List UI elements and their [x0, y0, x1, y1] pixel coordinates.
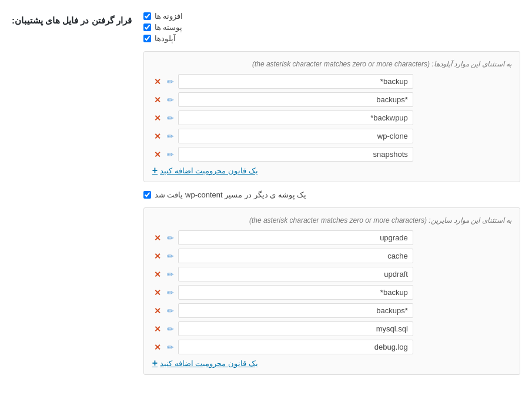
delete-icon-others-0[interactable]: ✕ [152, 232, 163, 244]
others-exclusion-box: به استثنای این موارد سایرین: (the asteri… [143, 207, 520, 375]
delete-icon-others-4[interactable]: ✕ [152, 305, 163, 317]
wp-content-checkbox-section: یک پوشه ی دیگر در مسیر wp-content یافت ش… [143, 190, 520, 199]
checkbox-plugins-text: افزونه ها [155, 12, 183, 21]
checkbox-themes[interactable] [143, 24, 151, 31]
add-rule-uploads-link[interactable]: یک قانون محرومیت اضافه کنید [160, 166, 257, 175]
exclusion-input-others-5[interactable] [178, 321, 413, 336]
delete-icon-uploads-0[interactable]: ✕ [152, 76, 163, 88]
edit-icon-others-4[interactable]: ✏ [165, 305, 176, 317]
exclusion-input-others-4[interactable] [178, 303, 413, 318]
checkbox-themes-text: پوسته ها [155, 23, 183, 32]
wp-content-checkbox[interactable] [143, 191, 151, 199]
exclusion-row-uploads-2: ✏ ✕ [152, 110, 511, 125]
exclusion-row-others-5: ✏ ✕ [152, 321, 511, 336]
exclusion-row-uploads-3: ✏ ✕ [152, 129, 511, 143]
plus-icon-others: + [152, 358, 158, 368]
exclusion-row-others-3: ✏ ✕ [152, 285, 511, 300]
delete-icon-others-6[interactable]: ✕ [152, 341, 163, 353]
add-rule-others-link[interactable]: یک قانون محرومیت اضافه کنید [160, 359, 257, 368]
checkbox-plugins-label[interactable]: افزونه ها [143, 12, 183, 21]
exclusion-input-others-6[interactable] [178, 340, 413, 354]
exclusion-input-others-3[interactable] [178, 285, 413, 300]
delete-icon-uploads-3[interactable]: ✕ [152, 130, 163, 142]
delete-icon-others-3[interactable]: ✕ [152, 287, 163, 299]
checkbox-uploads-label[interactable]: آپلودها [143, 34, 176, 43]
wp-content-checkbox-label[interactable]: یک پوشه ی دیگر در مسیر wp-content یافت ش… [155, 190, 307, 199]
delete-icon-uploads-2[interactable]: ✕ [152, 112, 163, 124]
checkbox-plugins[interactable] [143, 12, 151, 20]
edit-icon-others-3[interactable]: ✏ [165, 287, 176, 299]
exclusion-input-others-0[interactable] [178, 230, 413, 245]
edit-icon-uploads-1[interactable]: ✏ [165, 94, 176, 106]
edit-icon-others-5[interactable]: ✏ [165, 323, 176, 335]
add-rule-others[interactable]: یک قانون محرومیت اضافه کنید + [152, 358, 511, 368]
edit-icon-uploads-3[interactable]: ✏ [165, 130, 176, 142]
section-title: قرار گرفتن در فایل های پشتیبان: [12, 12, 132, 26]
edit-icon-others-6[interactable]: ✏ [165, 341, 176, 353]
uploads-exclusion-box: به استثنای این موارد آپلودها: (the aster… [143, 51, 520, 182]
edit-icon-uploads-2[interactable]: ✏ [165, 112, 176, 124]
add-rule-uploads[interactable]: یک قانون محرومیت اضافه کنید + [152, 165, 511, 176]
exclusion-row-others-1: ✏ ✕ [152, 249, 511, 263]
delete-icon-others-1[interactable]: ✕ [152, 250, 163, 262]
main-section: افزونه ها پوسته ها آپلودها به استثنای ای… [12, 12, 520, 383]
wp-content-label-text: یک پوشه ی دیگر در مسیر wp-content یافت ش… [155, 190, 307, 199]
section-content: افزونه ها پوسته ها آپلودها به استثنای ای… [143, 12, 520, 383]
edit-icon-others-0[interactable]: ✏ [165, 232, 176, 244]
exclusion-input-uploads-1[interactable] [178, 92, 413, 107]
exclusion-input-others-2[interactable] [178, 267, 413, 281]
checkboxes-row: افزونه ها پوسته ها آپلودها [143, 12, 520, 43]
delete-icon-uploads-1[interactable]: ✕ [152, 94, 163, 106]
edit-icon-uploads-0[interactable]: ✏ [165, 76, 176, 88]
exclusion-row-uploads-0: ✏ ✕ [152, 74, 511, 89]
exclusion-row-others-4: ✏ ✕ [152, 303, 511, 318]
checkbox-themes-label[interactable]: پوسته ها [143, 23, 183, 32]
plus-icon-uploads: + [152, 165, 158, 176]
delete-icon-others-5[interactable]: ✕ [152, 323, 163, 335]
others-exclusion-title: به استثنای این موارد سایرین: (the asteri… [152, 216, 511, 224]
exclusion-input-others-1[interactable] [178, 249, 413, 263]
uploads-exclusion-title: به استثنای این موارد آپلودها: (the aster… [152, 60, 511, 68]
exclusion-row-uploads-4: ✏ ✕ [152, 147, 511, 162]
delete-icon-uploads-4[interactable]: ✕ [152, 149, 163, 160]
edit-icon-others-1[interactable]: ✏ [165, 250, 176, 262]
exclusion-row-others-6: ✏ ✕ [152, 340, 511, 354]
exclusion-row-others-0: ✏ ✕ [152, 230, 511, 245]
exclusion-input-uploads-0[interactable] [178, 74, 413, 89]
delete-icon-others-2[interactable]: ✕ [152, 269, 163, 280]
edit-icon-others-2[interactable]: ✏ [165, 269, 176, 280]
exclusion-row-others-2: ✏ ✕ [152, 267, 511, 281]
exclusion-input-uploads-2[interactable] [178, 110, 413, 125]
edit-icon-uploads-4[interactable]: ✏ [165, 149, 176, 160]
checkbox-uploads[interactable] [143, 35, 151, 42]
exclusion-input-uploads-3[interactable] [178, 129, 413, 143]
exclusion-row-uploads-1: ✏ ✕ [152, 92, 511, 107]
checkbox-uploads-text: آپلودها [155, 34, 176, 43]
exclusion-input-uploads-4[interactable] [178, 147, 413, 162]
